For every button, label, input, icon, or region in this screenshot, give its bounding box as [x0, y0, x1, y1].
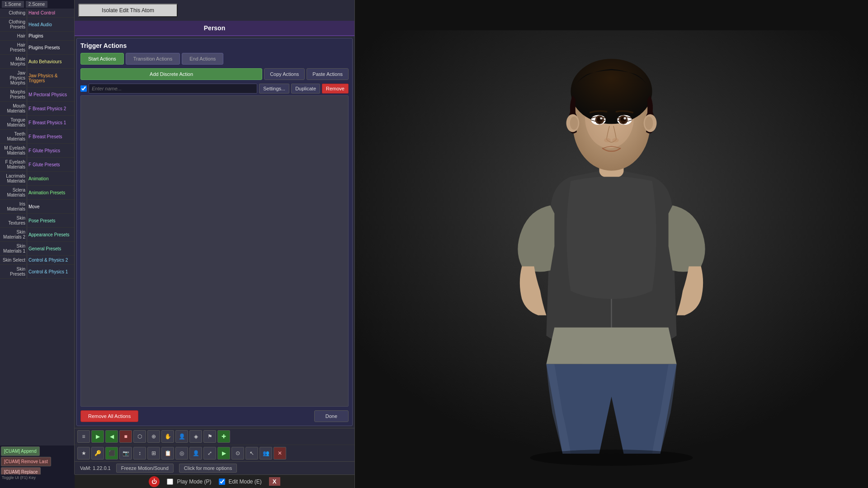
toolbar2-btn-10[interactable]: ⤢: [203, 447, 216, 460]
sidebar-item-m-eyelash-materials[interactable]: M Eyelash Materials: [0, 144, 27, 157]
remove-button[interactable]: Remove: [322, 84, 349, 94]
toolbar2-btn-11[interactable]: ▶: [217, 447, 230, 460]
edit-mode-section: Edit Mode (E): [219, 479, 262, 485]
tab-transition-actions[interactable]: Transition Actions: [126, 53, 180, 65]
cuam-remove-last-button[interactable]: [CUAM] Remove Last: [1, 457, 51, 466]
sidebar-item-head-audio[interactable]: Head Audio: [27, 18, 74, 31]
scene-tab-1[interactable]: 1.Scene: [2, 1, 24, 8]
more-options-button[interactable]: Click for more options: [179, 464, 237, 473]
sidebar-item-m-pectoral-physics[interactable]: M Pectoral Physics: [27, 88, 74, 101]
toolbar-btn-7[interactable]: 👤: [175, 430, 188, 443]
sidebar-item-f-eyelash-materials[interactable]: F Eyelash Materials: [0, 158, 27, 171]
sidebar-item-f-glute-physics[interactable]: F Glute Physics: [27, 144, 74, 157]
sidebar-item-skin-select[interactable]: Skin Select: [0, 256, 27, 264]
list-item: Skin Textures Pose Presets: [0, 214, 74, 228]
sidebar-item-tongue-materials[interactable]: Tongue Materials: [0, 116, 27, 129]
sidebar-item-animation[interactable]: Animation: [27, 172, 74, 185]
toolbar2-btn-1[interactable]: ★: [77, 447, 90, 460]
done-button[interactable]: Done: [314, 410, 349, 422]
sidebar-item-lacrimals-materials[interactable]: Lacrimals Materials: [0, 172, 27, 185]
sidebar-item-jaw-physics-morphs[interactable]: Jaw Physics Morphs: [0, 69, 27, 87]
sidebar-item-f-breast-physics-1[interactable]: F Breast Physics 1: [27, 116, 74, 129]
sidebar-item-skin-materials-2[interactable]: Skin Materials 2: [0, 228, 27, 241]
toolbar2-btn-9[interactable]: 👤: [189, 447, 202, 460]
toolbar-btn-8[interactable]: ◈: [189, 430, 202, 443]
sidebar-item-f-glute-presets[interactable]: F Glute Presets: [27, 158, 74, 171]
toolbar-btn-5[interactable]: ⊕: [147, 430, 160, 443]
isolate-edit-button[interactable]: Isolate Edit This Atom: [78, 4, 178, 17]
scene-tab-2[interactable]: 2.Scene: [26, 1, 48, 8]
action-checkbox[interactable]: [80, 85, 87, 92]
action-name-input[interactable]: [89, 84, 257, 94]
list-item: Skin Select Control & Physics 2: [0, 256, 74, 265]
sidebar-item-move[interactable]: Move: [27, 200, 74, 213]
sidebar-item-skin-materials-1[interactable]: Skin Materials 1: [0, 242, 27, 255]
toolbar-menu-icon[interactable]: ≡: [77, 430, 90, 443]
paste-actions-button[interactable]: Paste Actions: [307, 68, 349, 80]
action-tabs: Start Actions Transition Actions End Act…: [80, 53, 349, 65]
toolbar2-btn-7[interactable]: 📋: [161, 447, 174, 460]
svg-point-18: [570, 117, 578, 130]
sidebar-item-jaw-physics-triggers[interactable]: Jaw Physics & Triggers: [27, 69, 74, 87]
sidebar-item-mouth-materials[interactable]: Mouth Materials: [0, 102, 27, 115]
settings-button[interactable]: Settings...: [259, 84, 289, 94]
sidebar-item-appearance-presets[interactable]: Appearance Presets: [27, 228, 74, 241]
toolbar2-btn-5[interactable]: ↕: [133, 447, 146, 460]
toolbar2-btn-2[interactable]: 🔑: [91, 447, 104, 460]
sidebar-item-control-physics-1[interactable]: Control & Physics 1: [27, 265, 74, 278]
sidebar-item-teeth-materials[interactable]: Teeth Materials: [0, 130, 27, 143]
toolbar-btn-2[interactable]: ◀: [105, 430, 118, 443]
close-button[interactable]: X: [269, 477, 280, 486]
tab-start-actions[interactable]: Start Actions: [80, 53, 124, 65]
sidebar-item-male-morphs[interactable]: Male Morphs: [0, 55, 27, 68]
sidebar-item-pose-presets[interactable]: Pose Presets: [27, 214, 74, 227]
toolbar-row2: ★ 🔑 ⬛ 📷 ↕ ⊞ 📋 ◎ 👤 ⤢ ▶ ⊙ ↖ 👥 ✕: [75, 445, 354, 461]
toolbar2-btn-13[interactable]: ↖: [245, 447, 258, 460]
toolbar-btn-3[interactable]: ■: [119, 430, 132, 443]
toolbar2-btn-14[interactable]: 👥: [259, 447, 272, 460]
sidebar-item-animation-presets[interactable]: Animation Presets: [27, 186, 74, 199]
sidebar-item-iris-materials[interactable]: Iris Materials: [0, 200, 27, 213]
toolbar2-btn-15[interactable]: ✕: [274, 447, 286, 460]
sidebar-item-control-physics-2[interactable]: Control & Physics 2: [27, 256, 74, 264]
sidebar-item-auto-behaviours[interactable]: Auto Behaviours: [27, 55, 74, 68]
list-item: M Eyelash Materials F Glute Physics: [0, 144, 74, 158]
toolbar-btn-10[interactable]: ✚: [217, 430, 230, 443]
sidebar-item-skin-textures[interactable]: Skin Textures: [0, 214, 27, 227]
toolbar-btn-4[interactable]: ⬡: [133, 430, 146, 443]
power-button[interactable]: ⏻: [149, 476, 160, 487]
add-discrete-action-button[interactable]: Add Discrete Action: [80, 68, 262, 80]
copy-actions-button[interactable]: Copy Actions: [264, 68, 305, 80]
toolbar2-btn-4[interactable]: 📷: [119, 447, 132, 460]
sidebar-item-plugins[interactable]: Plugins: [27, 32, 74, 40]
sidebar: 1.Scene 2.Scene Clothing Hand Control Cl…: [0, 0, 75, 488]
freeze-motion-button[interactable]: Freeze Motion/Sound: [116, 464, 174, 473]
toolbar2-btn-6[interactable]: ⊞: [147, 447, 160, 460]
edit-mode-checkbox[interactable]: [219, 479, 225, 485]
sidebar-item-clothing[interactable]: Clothing: [0, 9, 27, 17]
svg-point-14: [624, 117, 626, 119]
play-mode-checkbox[interactable]: [167, 479, 173, 485]
toolbar2-btn-3[interactable]: ⬛: [105, 447, 118, 460]
tab-end-actions[interactable]: End Actions: [182, 53, 223, 65]
center-panel: Isolate Edit This Atom Person Trigger Ac…: [75, 0, 355, 488]
sidebar-item-morphs-presets[interactable]: Morphs Presets: [0, 88, 27, 101]
sidebar-item-skin-presets[interactable]: Skin Presets: [0, 265, 27, 278]
sidebar-item-hand-control[interactable]: Hand Control: [27, 9, 74, 17]
toolbar-btn-6[interactable]: ✋: [161, 430, 174, 443]
sidebar-item-clothing-presets[interactable]: Clothing Presets: [0, 18, 27, 31]
sidebar-item-plugins-presets[interactable]: Plugins Presets: [27, 41, 74, 54]
duplicate-button[interactable]: Duplicate: [291, 84, 320, 94]
cuam-append-button[interactable]: [CUAM] Append: [1, 446, 40, 456]
sidebar-item-sclera-materials[interactable]: Sclera Materials: [0, 186, 27, 199]
toolbar2-btn-8[interactable]: ◎: [175, 447, 188, 460]
sidebar-item-hair-presets[interactable]: Hair Presets: [0, 41, 27, 54]
sidebar-item-hair[interactable]: Hair: [0, 32, 27, 40]
remove-all-actions-button[interactable]: Remove All Actions: [80, 410, 138, 422]
sidebar-item-f-breast-presets[interactable]: F Breast Presets: [27, 130, 74, 143]
toolbar-btn-1[interactable]: ▶: [91, 430, 104, 443]
sidebar-item-general-presets[interactable]: General Presets: [27, 242, 74, 255]
sidebar-item-f-breast-physics-2[interactable]: F Breast Physics 2: [27, 102, 74, 115]
toolbar2-btn-12[interactable]: ⊙: [231, 447, 244, 460]
toolbar-btn-9[interactable]: ⚑: [203, 430, 216, 443]
